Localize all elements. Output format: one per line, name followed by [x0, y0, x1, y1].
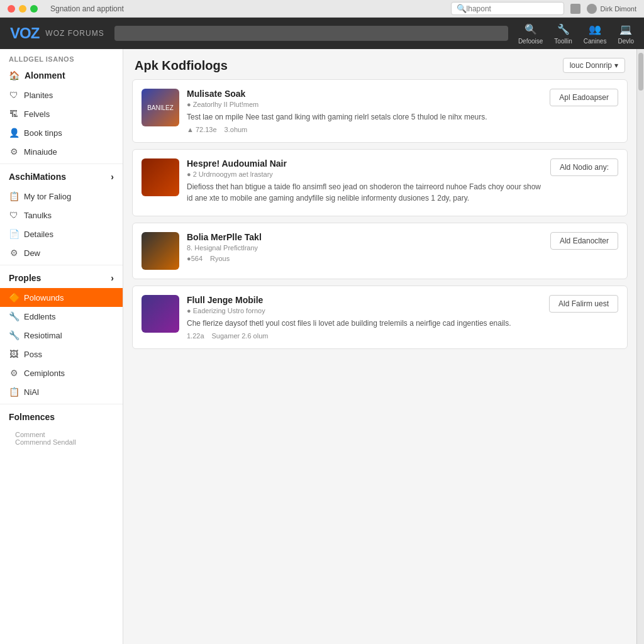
- post-thumbnail-1: BANILEZ: [142, 89, 179, 126]
- post-thumbnail-4: [142, 295, 179, 333]
- nav-discover[interactable]: 🔍 Defooise: [518, 23, 543, 45]
- resiotimal-icon: 🔧: [9, 330, 19, 340]
- maximize-button[interactable]: [30, 5, 38, 13]
- sidebar-group-proples[interactable]: Proples ›: [0, 268, 123, 288]
- sidebar-item-dew[interactable]: ⚙ Dew: [0, 243, 123, 262]
- nav-canines[interactable]: 👥 Canines: [584, 23, 607, 45]
- sidebar-item-poss[interactable]: 🖼 Poss: [0, 345, 123, 364]
- post-action-3: Ald Edanoclter: [550, 232, 618, 250]
- nav-toollin[interactable]: 🔧 Toollin: [554, 23, 572, 45]
- sidebar-item-book-tinps[interactable]: 👤 Book tinps: [0, 123, 123, 142]
- post-thumbnail-3: [142, 232, 179, 270]
- divider-1: [0, 164, 123, 164]
- action-btn-2[interactable]: Ald Nodio any:: [550, 158, 618, 176]
- sidebar-item-nial[interactable]: 📋 NiAl: [0, 382, 123, 401]
- nav-actions: 🔍 Defooise 🔧 Toollin 👥 Canines 💻 Devlo: [518, 23, 634, 45]
- toollin-icon: 🔧: [557, 23, 570, 36]
- divider-2: [0, 265, 123, 265]
- post-title-1: Mulisate Soak: [187, 89, 542, 99]
- planites-icon: 🛡: [9, 90, 19, 100]
- window-controls[interactable]: [8, 5, 38, 13]
- scroll-thumb[interactable]: [638, 53, 643, 91]
- sidebar-item-polowunds[interactable]: 🔶 Polowunds: [0, 288, 123, 307]
- action-btn-4[interactable]: Ald Falirm uest: [549, 295, 618, 313]
- window-title: Sgnation and apptiont: [50, 4, 451, 13]
- sidebar-group-folmences[interactable]: Folmences: [0, 407, 123, 427]
- minaiude-icon: ⚙: [9, 147, 19, 157]
- scroll-bar[interactable]: [636, 49, 644, 644]
- close-button[interactable]: [8, 5, 15, 13]
- addlents-label: Eddlents: [24, 312, 56, 321]
- cemiplonts-icon: ⚙: [9, 368, 19, 378]
- sidebar-item-minaiude[interactable]: ⚙ Minaiude: [0, 142, 123, 161]
- action-btn-3[interactable]: Ald Edanoclter: [550, 232, 618, 250]
- minimize-button[interactable]: [19, 5, 26, 13]
- nav-devlo-label: Devlo: [618, 38, 634, 45]
- poss-label: Poss: [24, 350, 42, 359]
- sidebar-item-cemiplonts[interactable]: ⚙ Cemiplonts: [0, 364, 123, 382]
- sidebar-sub-comment[interactable]: Comment Commennd Sendall: [0, 427, 123, 450]
- folmences-label: Folmences: [9, 412, 55, 422]
- sidebar-item-planites[interactable]: 🛡 Planites: [0, 86, 123, 104]
- nial-label: NiAl: [24, 387, 39, 397]
- cemiplonts-label: Cemiplonts: [24, 369, 65, 378]
- post-desc-4: Che flerize daysof thetl youl cost files…: [187, 318, 541, 329]
- chevron-icon: ›: [111, 172, 114, 182]
- post-stats-1: ▲ 72.13e 3.ohum: [187, 126, 542, 133]
- detailes-label: Detailes: [24, 230, 53, 239]
- sidebar-item-tanulks[interactable]: 🛡 Tanulks: [0, 206, 123, 225]
- alonment-label: Alonment: [25, 70, 65, 80]
- page-title: Apk Kodfiologs: [135, 58, 228, 73]
- logo[interactable]: VOZ: [10, 25, 39, 42]
- nav-canines-label: Canines: [584, 38, 607, 45]
- post-list: BANILEZ Mulisate Soak ● Zeatorlhy II Plu…: [123, 79, 636, 349]
- url-bar[interactable]: [114, 26, 508, 41]
- sidebar-alonment[interactable]: 🏠 Alonment: [0, 65, 123, 86]
- stat2-1: 3.ohum: [225, 126, 248, 133]
- tanulks-label: Tanulks: [24, 211, 52, 220]
- sidebar-item-detailes[interactable]: 📄 Detailes: [0, 225, 123, 243]
- stat1-4: 1.22a: [187, 332, 204, 340]
- nav-toollin-label: Toollin: [554, 38, 572, 45]
- titlebar-icons: [570, 4, 597, 14]
- proples-chevron-icon: ›: [111, 273, 114, 283]
- planites-label: Planites: [24, 91, 53, 100]
- sidebar-item-addlents[interactable]: 🔧 Eddlents: [0, 307, 123, 326]
- nav-discover-label: Defooise: [518, 38, 543, 45]
- dew-label: Dew: [24, 248, 40, 258]
- sort-dropdown[interactable]: louc Donnrip ▾: [563, 58, 625, 73]
- book-tinps-label: Book tinps: [24, 128, 62, 138]
- stat1-3: ●564: [187, 255, 203, 262]
- poss-icon: 🖼: [9, 349, 19, 359]
- book-icon: 👤: [9, 128, 19, 138]
- sidebar-group-aschimations[interactable]: AschiMations ›: [0, 167, 123, 187]
- post-meta-2: ● 2 Urdrnoogym aet lrastary: [187, 170, 543, 178]
- settings-icon[interactable]: [570, 4, 580, 14]
- search-input[interactable]: [467, 4, 558, 13]
- nav-devlo[interactable]: 💻 Devlo: [618, 23, 634, 45]
- sidebar-top-label: Alldgel Isanos: [0, 49, 123, 65]
- stat2-4: Sugamer 2.6 olum: [212, 332, 269, 340]
- avatar[interactable]: [587, 4, 597, 14]
- post-card-4: Flull Jenge Mobile ● Eaderizing Ustro fo…: [132, 286, 628, 349]
- post-stats-3: ●564 Ryous: [187, 255, 543, 262]
- sidebar-item-felvels[interactable]: 🏗 Felvels: [0, 104, 123, 123]
- navbar: VOZ WOZ FORUMS 🔍 Defooise 🔧 Toollin 👥 Ca…: [0, 18, 644, 49]
- stat1-1: ▲ 72.13e: [187, 126, 217, 133]
- divider-3: [0, 404, 123, 404]
- forums-label: WOZ FORUMS: [45, 29, 104, 38]
- post-title-2: Hespre! Audoumial Nair: [187, 158, 543, 169]
- dew-icon: ⚙: [9, 248, 19, 258]
- alonment-icon: 🏠: [9, 70, 19, 80]
- post-card-3: Bolia MerPlle Takl 8. Hesignal Prefictlr…: [132, 223, 628, 279]
- post-card-2: Hespre! Audoumial Nair ● 2 Urdrnoogym ae…: [132, 149, 628, 216]
- user-name: Dirk Dimont: [601, 5, 636, 13]
- sidebar-item-resiotimal[interactable]: 🔧 Resiotimal: [0, 326, 123, 345]
- thumb-text-1: BANILEZ: [147, 104, 174, 111]
- sidebar-item-my-tor[interactable]: 📋 My tor Faliog: [0, 187, 123, 206]
- titlebar-search[interactable]: 🔍: [451, 2, 564, 15]
- devlo-icon: 💻: [619, 23, 633, 36]
- minaiude-label: Minaiude: [24, 147, 57, 157]
- tanulks-icon: 🛡: [9, 210, 19, 220]
- action-btn-1[interactable]: Apl Eadoapser: [550, 89, 618, 106]
